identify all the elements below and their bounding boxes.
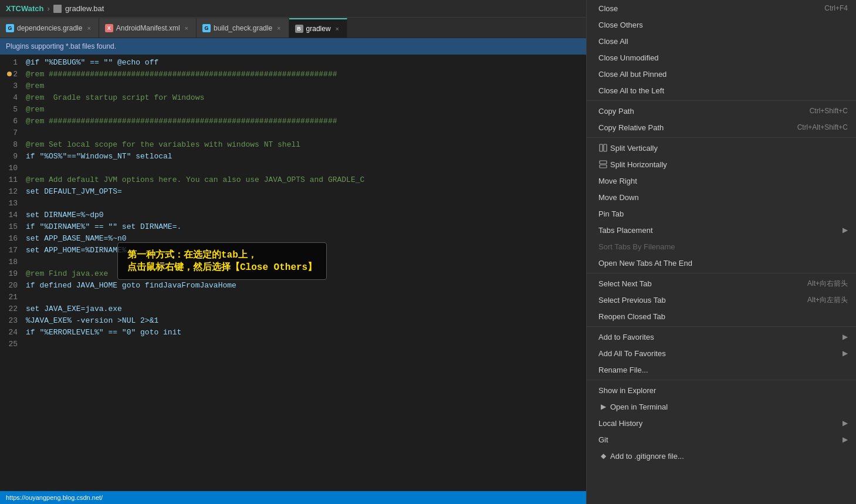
- line-num-10: 10: [0, 163, 23, 174]
- line-num-7: 7: [0, 127, 23, 139]
- menu-item-local-history[interactable]: Local History ▶: [587, 415, 856, 431]
- menu-label-move-right: Move Right: [598, 177, 848, 185]
- menu-label-show-in-explorer: Show in Explorer: [598, 386, 848, 395]
- menu-sep-3: [587, 273, 856, 273]
- menu-item-show-in-explorer[interactable]: Show in Explorer: [587, 382, 856, 398]
- line-num-3: 3: [0, 80, 23, 92]
- menu-label-select-prev-tab: Select Previous Tab: [598, 296, 796, 305]
- tab-label-gradlew: gradlew: [306, 25, 331, 33]
- annotation-line2: 点击鼠标右键，然后选择【Close Others】: [127, 261, 317, 273]
- menu-label-sort-tabs: Sort Tabs By Filename: [598, 242, 848, 251]
- menu-item-close-unmodified[interactable]: Close Unmodified: [587, 49, 856, 66]
- tab-label-build-check: build_check.gradle: [214, 24, 272, 32]
- tab-icon-androidmanifest: X: [105, 24, 113, 32]
- menu-label-reopen-closed-tab: Reopen Closed Tab: [598, 312, 848, 321]
- menu-item-copy-path[interactable]: Copy Path Ctrl+Shift+C: [587, 103, 856, 119]
- menu-sep-5: [587, 380, 856, 380]
- annotation-line1: 第一种方式：在选定的tab上，: [127, 249, 317, 261]
- svg-rect-1: [604, 144, 607, 151]
- status-url[interactable]: https://ouyangpeng.blog.csdn.net/: [6, 494, 103, 501]
- annotation-overlay: 第一种方式：在选定的tab上， 点击鼠标右键，然后选择【Close Others…: [117, 242, 327, 280]
- open-in-terminal-icon: ▶: [598, 402, 608, 411]
- tab-close-androidmanifest[interactable]: ×: [183, 24, 190, 32]
- tab-close-build-check[interactable]: ×: [275, 24, 282, 32]
- menu-shortcut-close: Ctrl+F4: [824, 4, 848, 12]
- menu-item-close-all-but-pinned[interactable]: Close All but Pinned: [587, 66, 856, 82]
- menu-item-tabs-placement[interactable]: Tabs Placement ▶: [587, 222, 856, 238]
- menu-item-select-prev-tab[interactable]: Select Previous Tab Alt+向左箭头: [587, 292, 856, 308]
- menu-sep-4: [587, 326, 856, 327]
- menu-item-open-new-tabs-end[interactable]: Open New Tabs At The End: [587, 255, 856, 271]
- notification-text: Plugins supporting *.bat files found.: [6, 42, 116, 50]
- menu-item-close-others[interactable]: Close Others: [587, 16, 856, 33]
- line-num-15: 15: [0, 221, 23, 233]
- tab-icon-gradlew: B: [295, 25, 303, 33]
- tab-icon-build-check: G: [202, 24, 211, 32]
- tab-label-androidmanifest: AndroidManifest.xml: [116, 24, 180, 32]
- menu-label-rename-file: Rename File...: [598, 366, 848, 374]
- menu-sep-2: [587, 137, 856, 138]
- add-all-to-favorites-arrow-icon: ▶: [843, 349, 848, 357]
- tab-build-check[interactable]: G build_check.gradle ×: [197, 18, 289, 38]
- menu-item-add-all-to-favorites[interactable]: Add All To Favorites ▶: [587, 345, 856, 361]
- menu-label-copy-relative-path: Copy Relative Path: [598, 123, 786, 132]
- svg-rect-2: [600, 161, 607, 164]
- line-num-19: 19: [0, 268, 23, 280]
- tab-close-gradlew[interactable]: ×: [334, 25, 341, 33]
- line-num-11: 11: [0, 174, 23, 186]
- menu-sep-1: [587, 100, 856, 101]
- menu-item-open-in-terminal[interactable]: ▶ Open in Terminal: [587, 398, 856, 415]
- menu-label-open-new-tabs-end: Open New Tabs At The End: [598, 259, 848, 268]
- tab-gradlew[interactable]: B gradlew ×: [289, 18, 347, 38]
- menu-item-git[interactable]: Git ▶: [587, 431, 856, 448]
- line-num-6: 6: [0, 116, 23, 127]
- menu-item-rename-file[interactable]: Rename File...: [587, 361, 856, 378]
- menu-item-split-vertically[interactable]: Split Vertically: [587, 140, 856, 156]
- line-num-5: 5: [0, 104, 23, 116]
- menu-item-reopen-closed-tab[interactable]: Reopen Closed Tab: [587, 308, 856, 324]
- menu-item-split-horizontally[interactable]: Split Horizontally: [587, 156, 856, 172]
- tab-close-dependencies[interactable]: ×: [85, 24, 92, 32]
- menu-label-close-all-left: Close All to the Left: [598, 86, 848, 95]
- tab-label-dependencies: dependencies.gradle: [17, 24, 82, 32]
- menu-label-split-horizontally: Split Horizontally: [610, 160, 848, 169]
- menu-item-close-all[interactable]: Close All: [587, 33, 856, 49]
- tabs-placement-arrow-icon: ▶: [843, 226, 848, 234]
- menu-label-close-unmodified: Close Unmodified: [598, 53, 848, 62]
- menu-shortcut-select-prev-tab: Alt+向左箭头: [807, 295, 848, 305]
- menu-label-add-all-to-favorites: Add All To Favorites: [598, 349, 839, 358]
- menu-shortcut-copy-path: Ctrl+Shift+C: [810, 107, 848, 115]
- line-num-22: 22: [0, 303, 23, 315]
- menu-item-pin-tab[interactable]: Pin Tab: [587, 205, 856, 222]
- line-num-2: 2: [0, 69, 23, 80]
- menu-label-close: Close: [598, 4, 813, 13]
- menu-item-move-down[interactable]: Move Down: [587, 189, 856, 205]
- menu-item-close[interactable]: Close Ctrl+F4: [587, 0, 856, 16]
- menu-item-add-to-favorites[interactable]: Add to Favorites ▶: [587, 329, 856, 345]
- line-dot-2: [7, 72, 12, 76]
- menu-shortcut-select-next-tab: Alt+向右箭头: [807, 279, 848, 289]
- menu-item-move-right[interactable]: Move Right: [587, 172, 856, 189]
- menu-item-copy-relative-path[interactable]: Copy Relative Path Ctrl+Alt+Shift+C: [587, 119, 856, 136]
- menu-label-pin-tab: Pin Tab: [598, 209, 848, 218]
- menu-label-close-all: Close All: [598, 37, 848, 46]
- brand-label: XTCWatch: [6, 4, 44, 13]
- menu-label-open-in-terminal: Open in Terminal: [610, 402, 848, 411]
- tab-dependencies[interactable]: G dependencies.gradle ×: [0, 18, 99, 38]
- line-num-4: 4: [0, 92, 23, 104]
- line-num-20: 20: [0, 280, 23, 292]
- title-filename: gradlew.bat: [65, 4, 104, 13]
- menu-label-git: Git: [598, 435, 839, 444]
- split-horizontally-icon: [598, 160, 608, 169]
- editor-area: 1 @if "%DEBUG%" == "" @echo off 2 @rem #…: [0, 55, 856, 504]
- menu-item-add-to-gitignore[interactable]: ◆ Add to .gitignore file...: [587, 448, 856, 464]
- menu-label-close-others: Close Others: [598, 21, 848, 29]
- menu-label-local-history: Local History: [598, 419, 839, 428]
- local-history-arrow-icon: ▶: [843, 419, 848, 427]
- line-num-14: 14: [0, 209, 23, 221]
- menu-item-close-all-left[interactable]: Close All to the Left: [587, 82, 856, 99]
- menu-label-close-all-but-pinned: Close All but Pinned: [598, 70, 848, 79]
- menu-label-tabs-placement: Tabs Placement: [598, 226, 839, 235]
- menu-item-select-next-tab[interactable]: Select Next Tab Alt+向右箭头: [587, 275, 856, 292]
- tab-androidmanifest[interactable]: X AndroidManifest.xml ×: [99, 18, 197, 38]
